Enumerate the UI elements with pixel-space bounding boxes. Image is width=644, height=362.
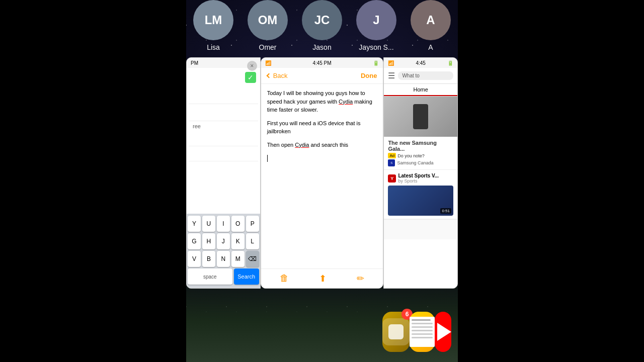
- notes-back-label: Back: [273, 72, 288, 79]
- cydia-ref-1: Cydia: [339, 99, 353, 105]
- browser-tabs: Home: [384, 84, 457, 97]
- ad-text: Do you note?: [397, 153, 425, 158]
- video-duration: 0:51: [440, 208, 451, 214]
- status-bar-right: 📶 4:45 🔋: [384, 58, 457, 68]
- notes-line-6: [412, 337, 433, 338]
- contact-name-lisa: Lisa: [207, 43, 220, 51]
- notes-done-button[interactable]: Done: [361, 72, 377, 79]
- black-left-bar: [0, 0, 186, 362]
- keyboard-row-bottom: space Search: [188, 268, 259, 285]
- samsung-title: The new Samsung Gala...: [388, 140, 453, 152]
- phone-thumbnail: [413, 104, 428, 129]
- key-m[interactable]: M: [231, 251, 245, 267]
- samsung-ad-row: Ad Do you note?: [388, 153, 453, 158]
- sports-header: Y Latest Sports V... by Sports: [388, 173, 453, 184]
- share-icon[interactable]: ⬆: [319, 273, 327, 284]
- key-y[interactable]: Y: [188, 216, 201, 232]
- main-content: LM Lisa OM Omer JC Jason J Jayson S... A…: [186, 0, 458, 362]
- tab-home[interactable]: Home: [384, 84, 457, 96]
- key-i[interactable]: I: [217, 216, 230, 232]
- phone-center: 📶 4:45 PM 🔋 Back Done Today I will be sh…: [261, 57, 384, 289]
- key-h[interactable]: H: [202, 233, 215, 249]
- browser-body: The new Samsung Gala... Ad Do you note? …: [384, 97, 457, 288]
- notes-app: Back Done Today I will be showing you gu…: [261, 68, 383, 288]
- notes-lines-icon: [410, 317, 435, 347]
- key-g[interactable]: G: [188, 233, 201, 249]
- notes-para2: First you will need a iOS device that is…: [267, 119, 377, 136]
- close-button-left[interactable]: ×: [247, 61, 257, 71]
- notes-back-button[interactable]: Back: [267, 72, 288, 79]
- sports-icon: Y: [388, 174, 396, 183]
- notes-line-1: [412, 319, 431, 321]
- notes-app-icon[interactable]: [410, 312, 435, 352]
- contact-name-a: A: [428, 43, 433, 51]
- contact-lisa[interactable]: LM Lisa: [186, 0, 240, 51]
- samsung-row: S Samsung Canada: [388, 159, 453, 166]
- notes-line-5: [412, 333, 433, 335]
- sports-section[interactable]: Y Latest Sports V... by Sports 0:51: [384, 170, 457, 219]
- search-key[interactable]: Search: [234, 268, 259, 285]
- key-l[interactable]: L: [246, 233, 259, 249]
- avatar-jayson: J: [356, 0, 396, 40]
- sports-title: Latest Sports V... by Sports: [398, 173, 439, 184]
- contact-omer[interactable]: OM Omer: [240, 0, 295, 51]
- checkbox-icon: ✓: [245, 72, 256, 83]
- key-b[interactable]: B: [202, 251, 215, 267]
- space-key[interactable]: space: [188, 268, 232, 285]
- phone-left: PM ●● × ✓ ree Y: [186, 57, 261, 289]
- contact-jason[interactable]: JC Jason: [295, 0, 349, 51]
- youtube-app-icon[interactable]: [435, 312, 451, 352]
- key-j[interactable]: J: [217, 233, 230, 249]
- keyboard-row-1: Y U I O P: [188, 216, 259, 232]
- key-o[interactable]: O: [231, 216, 245, 232]
- compose-icon[interactable]: ✏: [357, 273, 364, 284]
- notes-toolbar: 🗑 ⬆ ✏: [261, 268, 383, 288]
- contact-name-omer: Omer: [259, 43, 277, 51]
- notes-cursor-line: [267, 154, 377, 162]
- article-samsung[interactable]: The new Samsung Gala... Ad Do you note? …: [384, 137, 457, 170]
- notes-para1: Today I will be showing you guys how to …: [267, 89, 377, 114]
- url-bar[interactable]: What to: [398, 71, 453, 80]
- backspace-key[interactable]: ⌫: [246, 251, 259, 267]
- youtube-play-icon: [437, 323, 451, 341]
- key-p[interactable]: P: [246, 216, 259, 232]
- contacts-row: LM Lisa OM Omer JC Jason J Jayson S... A…: [186, 0, 458, 51]
- avatar-jason: JC: [302, 0, 342, 40]
- cydia-inner-icon: [382, 318, 410, 345]
- key-k[interactable]: K: [231, 233, 245, 249]
- contact-a[interactable]: A A: [404, 0, 458, 51]
- key-n[interactable]: N: [217, 251, 230, 267]
- phone-right: 📶 4:45 🔋 ☰ What to Home: [383, 57, 458, 289]
- notes-body[interactable]: Today I will be showing you guys how to …: [261, 84, 383, 268]
- key-v[interactable]: V: [188, 251, 201, 267]
- cydia-app-icon[interactable]: 6: [382, 312, 410, 352]
- key-u[interactable]: U: [202, 216, 215, 232]
- cydia-box-icon: [388, 324, 404, 339]
- more-content: [384, 219, 457, 239]
- status-time-right: 4:45: [416, 60, 425, 66]
- battery-center: 🔋: [373, 60, 379, 66]
- status-bar-center: 📶 4:45 PM 🔋: [261, 58, 383, 68]
- hamburger-icon[interactable]: ☰: [388, 71, 395, 80]
- trash-icon[interactable]: 🗑: [280, 273, 289, 284]
- carrier-center: 📶: [265, 60, 271, 66]
- notes-nav: Back Done: [261, 68, 383, 84]
- avatar-omer: OM: [248, 0, 288, 40]
- contact-jayson[interactable]: J Jayson S...: [349, 0, 404, 51]
- phone1-content: ✓ ree Y U I O P: [187, 68, 260, 288]
- notes-line-3: [412, 326, 433, 328]
- notes-line-2: [412, 323, 433, 324]
- battery-right: 🔋: [447, 60, 453, 66]
- hero-image: [384, 97, 457, 137]
- sports-thumbnail: 0:51: [388, 186, 453, 216]
- black-right-bar: [458, 0, 644, 362]
- left-partial-text: ree: [189, 121, 258, 131]
- contact-name-jayson: Jayson S...: [359, 43, 393, 51]
- text-cursor: [267, 155, 268, 162]
- keyboard-row-3: V B N M ⌫: [188, 251, 259, 267]
- browser-nav-bar: ☰ What to: [384, 68, 457, 84]
- notes-line-4: [412, 330, 433, 331]
- chevron-left-icon: [266, 73, 271, 78]
- samsung-name: Samsung Canada: [397, 160, 433, 165]
- phones-row: PM ●● × ✓ ree Y: [186, 57, 458, 289]
